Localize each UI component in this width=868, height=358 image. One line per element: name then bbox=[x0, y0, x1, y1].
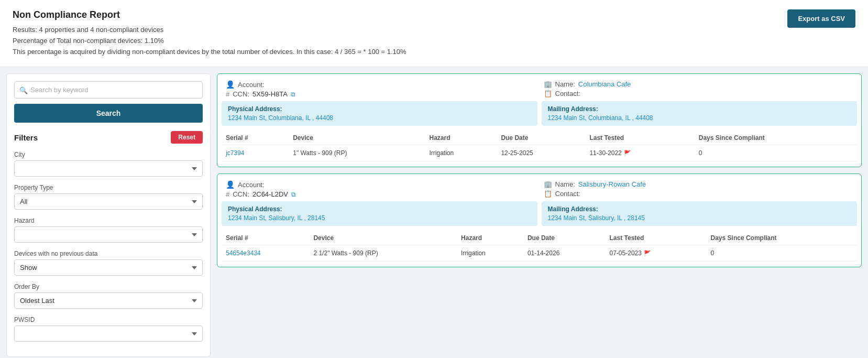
filter-pwsid-select[interactable] bbox=[14, 326, 203, 342]
ccn-row-1: # CCN: 5X59-H8TA ⧉ bbox=[226, 90, 535, 98]
main-layout: 🔍 Search Filters Reset City Property Typ… bbox=[0, 73, 868, 358]
ccn-row-2: # CCN: 2C64-L2DV ⧉ bbox=[226, 190, 535, 198]
cell-days-compliant-2-0: 0 bbox=[707, 245, 857, 262]
physical-address-box-2: Physical Address: 1234 Main St, Salisbur… bbox=[222, 201, 537, 226]
cell-last-tested-1-0: 11-30-2022 🚩 bbox=[585, 145, 694, 161]
search-icon: 🔍 bbox=[19, 86, 28, 94]
col-days-compliant-1: Days Since Compliant bbox=[695, 130, 857, 145]
hash-icon-1: # bbox=[226, 90, 229, 98]
address-section-1: Physical Address: 1234 Main St, Columbia… bbox=[217, 101, 861, 130]
filter-hazard-select[interactable] bbox=[14, 226, 203, 243]
filter-city: City bbox=[14, 151, 203, 177]
top-bar: Non Compliance Report Results: 4 propert… bbox=[0, 0, 868, 67]
contact-row-2: 📋 Contact: bbox=[544, 190, 853, 198]
filters-header: Filters Reset bbox=[14, 131, 203, 144]
card-header-right-2: 🏢 Name: Salisbury-Rowan Cafe 📋 Contact: bbox=[544, 180, 853, 198]
account-label-1: Account: bbox=[238, 81, 265, 89]
contact-icon-1: 📋 bbox=[544, 90, 552, 97]
property-card-1: 👤 Account: # CCN: 5X59-H8TA ⧉ 🏢 Name: Co bbox=[217, 73, 862, 167]
export-csv-button[interactable]: Export as CSV bbox=[787, 9, 855, 28]
cell-device-1-0: 1" Watts - 909 (RP) bbox=[289, 145, 425, 161]
filter-property-type: Property Type All bbox=[14, 184, 203, 210]
tested-cell-1-0: 11-30-2022 🚩 bbox=[589, 149, 690, 157]
cell-serial-2-0: 54654e3434 bbox=[222, 245, 309, 262]
col-due-date-1: Due Date bbox=[497, 130, 585, 145]
filter-no-previous-data: Devices with no previous data Show Hide bbox=[14, 250, 203, 276]
filter-order-by: Order By Oldest Last Oldest First bbox=[14, 283, 203, 309]
card-header-1: 👤 Account: # CCN: 5X59-H8TA ⧉ 🏢 Name: Co bbox=[217, 74, 861, 101]
col-device-2: Device bbox=[309, 230, 457, 245]
table-row: 54654e3434 2 1/2" Watts - 909 (RP) Irrig… bbox=[222, 245, 857, 262]
col-days-compliant-2: Days Since Compliant bbox=[707, 230, 857, 245]
mailing-address-title-1: Mailing Address: bbox=[548, 105, 851, 113]
physical-address-title-2: Physical Address: bbox=[228, 205, 531, 213]
search-input[interactable] bbox=[14, 81, 203, 99]
card-header-right-1: 🏢 Name: Columbiana Cafe 📋 Contact: bbox=[544, 80, 853, 98]
col-device-1: Device bbox=[289, 130, 425, 145]
ccn-label-2: CCN: bbox=[233, 190, 249, 198]
account-label-2: Account: bbox=[238, 181, 265, 189]
filter-order-by-select[interactable]: Oldest Last Oldest First bbox=[14, 292, 203, 309]
percentage-line: Percentage of Total non-compliant device… bbox=[13, 36, 406, 47]
tested-cell-2-0: 07-05-2023 🚩 bbox=[610, 249, 702, 257]
filter-property-type-label: Property Type bbox=[14, 184, 203, 191]
search-wrapper: 🔍 bbox=[14, 81, 203, 99]
filter-pwsid: PWSID bbox=[14, 316, 203, 342]
ccn-value-2: 2C64-L2DV bbox=[252, 190, 288, 198]
page-title: Non Compliance Report bbox=[13, 9, 406, 20]
cell-hazard-1-0: Irrigation bbox=[425, 145, 497, 161]
name-value-1: Columbiana Cafe bbox=[578, 80, 631, 88]
sidebar: 🔍 Search Filters Reset City Property Typ… bbox=[6, 73, 211, 357]
cell-serial-1-0: jc7394 bbox=[222, 145, 289, 161]
building-icon-2: 🏢 bbox=[544, 180, 552, 188]
serial-link-1-0[interactable]: jc7394 bbox=[226, 149, 244, 157]
col-last-tested-1: Last Tested bbox=[585, 130, 694, 145]
content-area: 👤 Account: # CCN: 5X59-H8TA ⧉ 🏢 Name: Co bbox=[217, 73, 862, 267]
filter-property-type-select[interactable]: All bbox=[14, 193, 203, 210]
search-button[interactable]: Search bbox=[14, 104, 203, 123]
table-row: jc7394 1" Watts - 909 (RP) Irrigation 12… bbox=[222, 145, 857, 161]
cell-due-date-2-0: 01-14-2026 bbox=[523, 245, 606, 262]
devices-table-wrapper-2: Serial # Device Hazard Due Date Last Tes… bbox=[217, 230, 861, 267]
devices-table-1: Serial # Device Hazard Due Date Last Tes… bbox=[222, 130, 857, 161]
person-icon-1: 👤 bbox=[226, 80, 235, 89]
copy-icon-2[interactable]: ⧉ bbox=[291, 191, 296, 198]
contact-row-1: 📋 Contact: bbox=[544, 90, 853, 97]
hash-icon-2: # bbox=[226, 190, 229, 198]
person-icon-2: 👤 bbox=[226, 180, 235, 189]
physical-address-title-1: Physical Address: bbox=[228, 105, 531, 113]
physical-address-box-1: Physical Address: 1234 Main St, Columbia… bbox=[222, 101, 537, 126]
filter-order-by-label: Order By bbox=[14, 283, 203, 290]
col-due-date-2: Due Date bbox=[523, 230, 606, 245]
physical-address-value-1: 1234 Main St, Columbiana, IL , 44408 bbox=[228, 114, 531, 122]
account-row-1: 👤 Account: bbox=[226, 80, 535, 89]
contact-label-2: Contact: bbox=[555, 190, 580, 198]
devices-table-wrapper-1: Serial # Device Hazard Due Date Last Tes… bbox=[217, 130, 861, 167]
cell-device-2-0: 2 1/2" Watts - 909 (RP) bbox=[309, 245, 457, 262]
col-serial-2: Serial # bbox=[222, 230, 309, 245]
physical-address-value-2: 1234 Main St, Salisbury, IL , 28145 bbox=[228, 214, 531, 222]
cell-last-tested-2-0: 07-05-2023 🚩 bbox=[606, 245, 707, 262]
filter-hazard-label: Hazard bbox=[14, 217, 203, 224]
mailing-address-title-2: Mailing Address: bbox=[548, 205, 851, 213]
col-hazard-2: Hazard bbox=[457, 230, 523, 245]
name-label-2: Name: bbox=[555, 180, 575, 188]
card-header-left-2: 👤 Account: # CCN: 2C64-L2DV ⧉ bbox=[226, 180, 535, 198]
name-label-1: Name: bbox=[555, 80, 575, 88]
serial-link-2-0[interactable]: 54654e3434 bbox=[226, 249, 261, 257]
cell-hazard-2-0: Irrigation bbox=[457, 245, 523, 262]
ccn-label-1: CCN: bbox=[233, 90, 249, 98]
cell-days-compliant-1-0: 0 bbox=[695, 145, 857, 161]
col-serial-1: Serial # bbox=[222, 130, 289, 145]
address-section-2: Physical Address: 1234 Main St, Salisbur… bbox=[217, 201, 861, 230]
mailing-address-value-1: 1234 Main St, Columbiana, IL , 44408 bbox=[548, 114, 851, 122]
filter-pwsid-label: PWSID bbox=[14, 316, 203, 323]
filter-city-select[interactable] bbox=[14, 160, 203, 177]
building-icon-1: 🏢 bbox=[544, 80, 552, 88]
filter-no-previous-data-select[interactable]: Show Hide bbox=[14, 259, 203, 276]
filters-title: Filters bbox=[14, 133, 38, 142]
copy-icon-1[interactable]: ⧉ bbox=[291, 91, 295, 98]
col-hazard-1: Hazard bbox=[425, 130, 497, 145]
contact-label-1: Contact: bbox=[555, 90, 580, 97]
reset-button[interactable]: Reset bbox=[171, 131, 203, 144]
